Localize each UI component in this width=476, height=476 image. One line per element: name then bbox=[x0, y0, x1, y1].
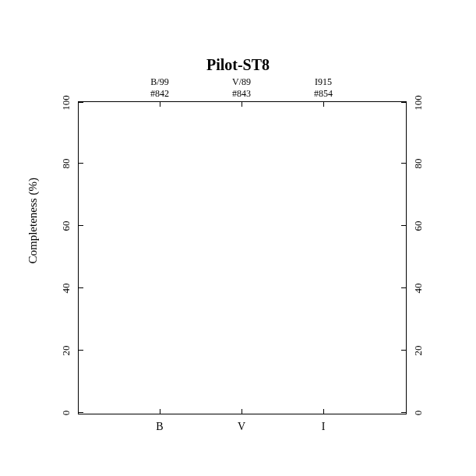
xtick-label: B bbox=[144, 421, 175, 433]
xtick-mark bbox=[160, 409, 160, 414]
xtick-mark bbox=[242, 409, 242, 414]
xtick-label: I bbox=[308, 421, 339, 433]
ytick-label: 60 bbox=[60, 214, 72, 238]
annotation-id: #854 bbox=[300, 88, 347, 100]
ytick-label: 0 bbox=[60, 401, 72, 425]
ytick-label-right: 100 bbox=[412, 91, 425, 115]
ytick-label: 100 bbox=[60, 91, 72, 115]
ytick-label-right: 80 bbox=[412, 152, 425, 175]
y-axis-label: Completeness (%) bbox=[26, 178, 40, 263]
ytick-mark bbox=[79, 287, 83, 288]
annotation-filter: V/89 bbox=[218, 76, 265, 88]
ytick-label-right: 0 bbox=[412, 401, 425, 425]
annotation-id: #843 bbox=[218, 88, 265, 100]
xtick-label: V bbox=[226, 421, 257, 433]
ytick-mark bbox=[79, 163, 83, 164]
ytick-label-right: 60 bbox=[412, 214, 425, 238]
ytick-mark bbox=[79, 102, 83, 103]
annotation-filter: I915 bbox=[300, 76, 347, 88]
annotation-id: #842 bbox=[136, 88, 183, 100]
ytick-label: 20 bbox=[60, 339, 72, 362]
annotation-filter: B/99 bbox=[136, 76, 183, 88]
ytick-mark bbox=[401, 287, 406, 288]
xtick-mark bbox=[323, 409, 324, 414]
xtick-mark bbox=[160, 102, 160, 107]
ytick-label-right: 20 bbox=[412, 339, 425, 362]
ytick-mark bbox=[79, 225, 83, 226]
xtick-mark bbox=[323, 102, 324, 107]
ytick-mark bbox=[401, 350, 406, 351]
ytick-label-right: 40 bbox=[412, 277, 425, 300]
ytick-label: 80 bbox=[60, 152, 72, 175]
ytick-mark bbox=[401, 163, 406, 164]
ytick-mark bbox=[79, 412, 83, 413]
ytick-mark bbox=[401, 102, 406, 103]
plot-area bbox=[78, 101, 407, 414]
xtick-mark bbox=[242, 102, 242, 107]
chart-container: Pilot-ST8 Completeness (%) 0 20 40 60 80… bbox=[0, 0, 476, 476]
ytick-mark bbox=[401, 412, 406, 413]
ytick-mark bbox=[401, 225, 406, 226]
chart-title: Pilot-ST8 bbox=[0, 56, 476, 74]
ytick-label: 40 bbox=[60, 277, 72, 300]
ytick-mark bbox=[79, 350, 83, 351]
